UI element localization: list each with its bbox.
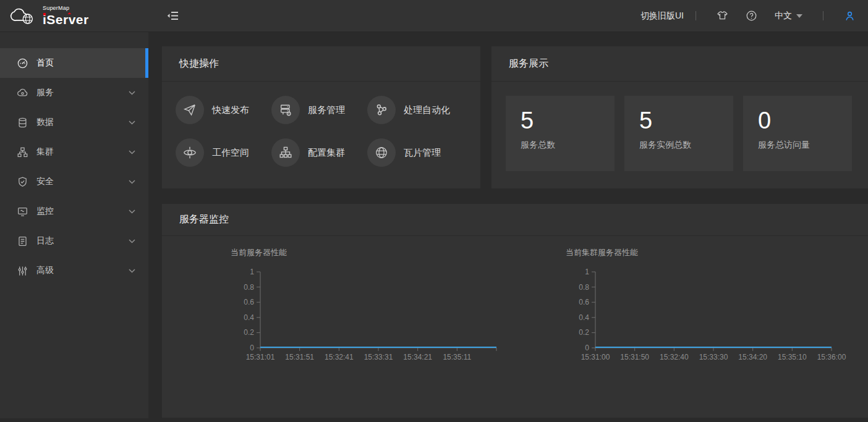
stat-label: 服务总数 (521, 140, 600, 151)
dashboard-icon (17, 57, 28, 69)
divider (823, 11, 823, 20)
svg-text:0.2: 0.2 (244, 328, 254, 337)
brand-text: SuperMap iServer (43, 6, 89, 26)
sidebar-item-logs[interactable]: 日志 (0, 226, 148, 256)
svg-text:0.8: 0.8 (244, 283, 254, 292)
server-gear-icon (271, 96, 300, 124)
sidebar-item-label: 监控 (36, 206, 54, 217)
svg-text:0.2: 0.2 (579, 328, 589, 337)
quick-action-label: 工作空间 (212, 147, 249, 159)
divider (696, 11, 696, 20)
svg-text:15:31:00: 15:31:00 (581, 353, 610, 361)
quick-action-label: 快速发布 (212, 104, 249, 116)
language-selector[interactable]: 中文 (775, 11, 802, 22)
sidebar-item-home[interactable]: 首页 (0, 48, 148, 78)
svg-text:15:35:11: 15:35:11 (443, 353, 471, 361)
svg-text:0: 0 (585, 344, 589, 352)
sidebar-item-security[interactable]: 安全 (0, 167, 148, 196)
main-content: 快捷操作 快速发布 (148, 32, 868, 422)
service-overview-panel: 服务展示 5 服务总数 5 服务实例总数 0 服务总访问量 (491, 46, 868, 188)
chart-current-cluster-server-performance: 当前集群服务器性能 00.20.40.60.8115:31:0015:31:50… (566, 247, 850, 365)
svg-text:15:36:00: 15:36:00 (817, 353, 846, 361)
sidebar-item-label: 高级 (36, 265, 54, 276)
tile-globe-icon (367, 138, 396, 167)
log-icon (17, 235, 28, 247)
brand-iserver-label: iServer (43, 13, 89, 26)
quick-action-label: 处理自动化 (404, 104, 450, 116)
svg-text:15:32:41: 15:32:41 (325, 353, 354, 361)
sidebar-item-data[interactable]: 数据 (0, 108, 148, 137)
svg-text:0.8: 0.8 (579, 283, 589, 292)
stat-cards: 5 服务总数 5 服务实例总数 0 服务总访问量 (491, 82, 868, 171)
svg-text:1: 1 (250, 268, 254, 276)
quick-action-label: 瓦片管理 (404, 147, 441, 159)
svg-text:0.6: 0.6 (579, 298, 589, 306)
chevron-down-icon (129, 120, 135, 125)
topbar-actions: 切换旧版UI 中文 (640, 10, 868, 22)
paper-plane-icon (176, 96, 204, 124)
stat-card-total-services: 5 服务总数 (506, 96, 615, 171)
switch-old-ui-link[interactable]: 切换旧版UI (640, 11, 684, 22)
quick-action-label: 服务管理 (308, 104, 345, 116)
sidebar-nav: 首页 服务 数据 (0, 32, 148, 418)
sidebar-item-label: 集群 (36, 146, 54, 158)
server-monitoring-panel: 服务器监控 当前服务器性能 00.20.40.60.8115:31:0115:3… (162, 204, 868, 418)
panel-title: 服务器监控 (162, 204, 868, 236)
quick-action-service-management[interactable]: 服务管理 (271, 96, 367, 124)
quick-action-quick-publish[interactable]: 快速发布 (176, 96, 271, 124)
collapse-menu-icon[interactable] (167, 11, 179, 21)
caret-down-icon (796, 14, 802, 18)
svg-text:15:32:40: 15:32:40 (660, 353, 689, 361)
quick-action-tile-management[interactable]: 瓦片管理 (367, 138, 463, 167)
sliders-icon (17, 265, 28, 277)
workspace-orbit-icon (176, 138, 204, 167)
sidebar-item-services[interactable]: 服务 (0, 78, 148, 108)
sidebar-item-label: 安全 (36, 176, 54, 187)
database-icon (17, 117, 28, 129)
stat-value: 5 (639, 108, 718, 134)
top-bar: SuperMap iServer 切换旧版UI 中文 (0, 0, 868, 32)
svg-text:1: 1 (585, 268, 589, 276)
sidebar-item-label: 日志 (36, 235, 54, 247)
chevron-down-icon (129, 239, 135, 243)
cluster-icon (17, 146, 28, 158)
chevron-down-icon (129, 269, 135, 273)
chart-title: 当前集群服务器性能 (566, 247, 850, 258)
quick-action-processing-automation[interactable]: 处理自动化 (367, 96, 463, 124)
sidebar-item-cluster[interactable]: 集群 (0, 137, 148, 167)
quick-action-workspace[interactable]: 工作空间 (176, 138, 271, 167)
svg-text:15:33:31: 15:33:31 (364, 353, 393, 361)
shield-icon (17, 176, 28, 188)
chevron-down-icon (129, 91, 135, 95)
user-icon[interactable] (844, 10, 856, 22)
sidebar-item-label: 数据 (36, 117, 54, 128)
svg-text:0.4: 0.4 (244, 313, 254, 322)
quick-action-configure-cluster[interactable]: 配置集群 (271, 138, 367, 167)
brand-supermap-label: SuperMap (43, 6, 89, 11)
svg-text:15:35:10: 15:35:10 (778, 353, 807, 361)
monitor-icon (17, 206, 28, 217)
charts-row: 当前服务器性能 00.20.40.60.8115:31:0115:31:5115… (162, 236, 868, 365)
skin-icon[interactable] (717, 10, 728, 22)
stat-value: 0 (758, 108, 837, 134)
automation-nodes-icon (367, 96, 396, 124)
svg-text:0: 0 (250, 344, 254, 352)
stat-card-total-instances: 5 服务实例总数 (624, 96, 733, 171)
chevron-down-icon (129, 150, 135, 154)
sidebar-item-monitoring[interactable]: 监控 (0, 196, 148, 226)
svg-text:15:34:21: 15:34:21 (403, 353, 432, 361)
service-cloud-icon (17, 87, 28, 99)
sidebar-item-advanced[interactable]: 高级 (0, 256, 148, 285)
line-chart: 00.20.40.60.8115:31:0015:31:5015:32:4015… (566, 263, 850, 365)
svg-text:15:31:01: 15:31:01 (246, 353, 275, 361)
line-chart: 00.20.40.60.8115:31:0115:31:5115:32:4115… (231, 263, 515, 365)
stat-value: 5 (521, 108, 600, 134)
svg-text:0.4: 0.4 (579, 313, 589, 322)
svg-text:15:34:20: 15:34:20 (738, 353, 767, 361)
stat-card-total-visits: 0 服务总访问量 (743, 96, 852, 171)
sidebar-item-label: 首页 (36, 57, 54, 69)
help-icon[interactable] (746, 10, 757, 22)
quick-action-label: 配置集群 (308, 147, 345, 159)
brand-logo: SuperMap iServer (0, 6, 148, 26)
cloud-globe-logo-icon (9, 6, 37, 25)
